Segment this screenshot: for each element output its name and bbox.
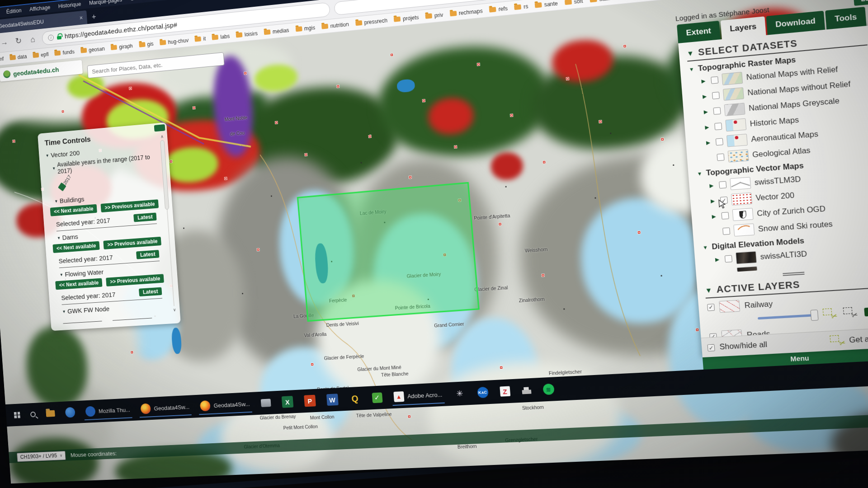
home-icon[interactable]: ⌂ xyxy=(28,34,38,45)
bookmark-item[interactable]: hug-chuv xyxy=(160,37,189,46)
dataset-checkbox[interactable] xyxy=(713,107,721,115)
bookmark-item[interactable]: giraph xyxy=(111,42,133,51)
taskbar-item-kac[interactable]: KᴀC xyxy=(472,382,493,403)
info-icon[interactable]: i xyxy=(48,34,54,41)
bookmark-item[interactable]: gis xyxy=(139,41,154,48)
dataset-checkbox[interactable] xyxy=(721,212,729,220)
expand-icon[interactable]: ▶ xyxy=(715,256,722,263)
dataset-checkbox[interactable] xyxy=(725,255,732,263)
dataset-checkbox[interactable] xyxy=(711,76,718,84)
bookmark-item[interactable]: conf xyxy=(0,56,4,63)
taskbar-item-folder[interactable] xyxy=(41,404,59,423)
collapse-icon[interactable]: ▼ xyxy=(703,244,708,250)
map-marker-icon[interactable] xyxy=(509,113,513,117)
taskbar-item-blue[interactable] xyxy=(61,403,80,422)
taskbar-item-printer[interactable] xyxy=(517,380,537,401)
bookmark-item[interactable]: sante xyxy=(535,0,558,9)
map-marker-icon[interactable] xyxy=(130,351,133,354)
dataset-checkbox[interactable] xyxy=(712,92,720,99)
map-marker-icon[interactable] xyxy=(192,106,195,109)
map-marker-icon[interactable] xyxy=(623,45,627,48)
taskbar-item-moth[interactable]: ✳ xyxy=(448,383,471,404)
bookmark-item[interactable]: priv xyxy=(425,11,443,19)
expand-icon[interactable]: ▶ xyxy=(711,198,717,204)
map-marker-icon[interactable] xyxy=(422,99,425,103)
expand-icon[interactable]: ▶ xyxy=(703,108,710,115)
map-marker-icon[interactable] xyxy=(599,120,602,123)
map-marker-icon[interactable] xyxy=(660,137,664,141)
bookmark-item[interactable]: labs xyxy=(212,33,230,41)
bookmark-item[interactable]: rs xyxy=(514,3,528,11)
map-marker-icon[interactable] xyxy=(695,328,699,332)
map-marker-icon[interactable] xyxy=(368,135,371,138)
map-marker-icon[interactable] xyxy=(244,71,247,75)
taskbar-item-search[interactable] xyxy=(26,404,40,424)
next-available-button[interactable]: << Next available xyxy=(52,241,100,253)
map-marker-icon[interactable] xyxy=(409,175,412,178)
bookmark-item[interactable]: refs xyxy=(489,5,508,13)
map-marker-icon[interactable] xyxy=(408,415,411,418)
scroll-down-icon[interactable]: ∨ xyxy=(172,307,178,312)
bookmark-item[interactable]: medias xyxy=(264,27,289,36)
previous-available-button[interactable]: >> Previous available xyxy=(104,237,162,249)
bookmark-item[interactable]: rechmaps xyxy=(449,8,483,17)
collapse-icon[interactable]: ▼ xyxy=(686,49,694,57)
layer-visibility-checkbox[interactable]: ✓ xyxy=(707,304,715,311)
bookmark-item[interactable]: soft xyxy=(565,0,583,6)
map-marker-icon[interactable] xyxy=(311,362,314,366)
map-marker-icon[interactable] xyxy=(304,153,307,156)
expand-icon[interactable]: ▶ xyxy=(703,93,709,100)
expand-icon[interactable]: ▶ xyxy=(709,183,716,189)
collapse-icon[interactable]: ▼ xyxy=(697,170,703,176)
crs-select[interactable]: CH1903+ / LV95 ∨ xyxy=(17,450,66,461)
latest-badge[interactable]: Latest xyxy=(139,287,162,297)
map-marker-icon[interactable] xyxy=(542,160,546,164)
bookmark-item[interactable]: teach xyxy=(618,0,642,0)
map-marker-icon[interactable] xyxy=(170,160,173,163)
map-marker-icon[interactable] xyxy=(257,248,260,251)
bookmark-item[interactable]: loisirs xyxy=(236,30,258,38)
map-marker-icon[interactable] xyxy=(12,140,15,143)
map-marker-icon[interactable] xyxy=(336,84,340,88)
taskbar-item-gray[interactable] xyxy=(256,393,276,413)
taskbar-item-firefox[interactable]: Geodata4Sw... xyxy=(195,394,255,416)
taskbar-item-word[interactable]: W xyxy=(321,389,343,410)
taskbar-item-zotero[interactable]: Z xyxy=(495,381,515,402)
map-marker-icon[interactable] xyxy=(498,222,502,226)
map-selection-rectangle[interactable] xyxy=(297,182,480,322)
bookmark-item[interactable]: pressrech xyxy=(355,17,388,27)
panel-tab-tools[interactable]: Tools xyxy=(825,7,867,29)
reload-icon[interactable]: ↻ xyxy=(13,35,24,46)
bookmark-item[interactable]: nutrition xyxy=(321,21,349,30)
scrollbar-thumb[interactable] xyxy=(160,140,169,210)
menu-item[interactable]: Historique xyxy=(58,1,81,9)
collapse-icon[interactable]: ▼ xyxy=(52,166,56,171)
dataset-checkbox[interactable] xyxy=(716,138,723,145)
bookmark-item[interactable]: stats xyxy=(590,0,611,3)
clip-layer-icon[interactable]: ✂ xyxy=(822,308,837,320)
map-marker-icon[interactable] xyxy=(500,366,503,369)
bookmark-item[interactable]: data xyxy=(9,53,27,61)
map-marker-icon[interactable] xyxy=(61,110,64,113)
bookmark-item[interactable]: projets xyxy=(394,14,419,23)
time-controls-panel[interactable]: ∧ ∨ Time Controls ▼ Vector 200 ▼ Availab… xyxy=(38,122,181,331)
expand-icon[interactable]: ▶ xyxy=(712,213,718,220)
map-marker-icon[interactable] xyxy=(566,77,569,81)
bookmark-item[interactable]: mgis xyxy=(295,24,315,33)
map-marker-icon[interactable] xyxy=(477,63,481,66)
latest-badge[interactable]: Latest xyxy=(133,212,156,222)
tab-close-icon[interactable]: × xyxy=(79,14,83,21)
clip-extent-icon[interactable]: ✂ xyxy=(843,307,858,319)
forward-icon[interactable]: → xyxy=(0,37,10,47)
map-marker-icon[interactable] xyxy=(274,121,278,124)
taskbar-item-firefox[interactable]: Geodata4Sw... xyxy=(136,397,194,418)
collapse-icon[interactable]: ▼ xyxy=(689,66,694,72)
map-marker-icon[interactable] xyxy=(224,177,227,180)
collapse-icon[interactable]: ▼ xyxy=(54,199,58,203)
next-available-button[interactable]: << Next available xyxy=(55,278,103,290)
show-hide-all-checkbox[interactable]: ✓ xyxy=(707,344,715,352)
collapse-icon[interactable]: ▼ xyxy=(60,272,64,277)
collapse-icon[interactable]: ▼ xyxy=(45,153,49,158)
new-tab-button[interactable]: + xyxy=(91,12,96,23)
next-available-button[interactable]: << Next available xyxy=(50,204,98,216)
